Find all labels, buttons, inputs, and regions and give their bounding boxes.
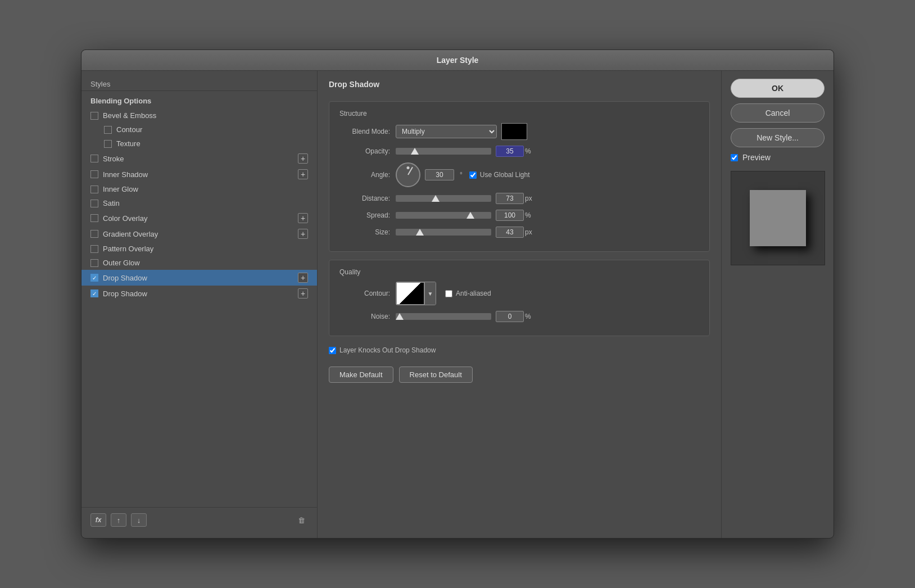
fx-button[interactable]: fx: [90, 513, 106, 527]
make-default-button[interactable]: Make Default: [329, 367, 393, 383]
opacity-row: Opacity: %: [339, 146, 699, 157]
stroke-label: Stroke: [103, 155, 298, 163]
cancel-button[interactable]: Cancel: [731, 103, 825, 123]
anti-aliased-checkbox-label[interactable]: Anti-aliased: [445, 290, 491, 297]
drop-shadow-2-add-btn[interactable]: +: [298, 288, 308, 298]
size-unit: px: [525, 228, 532, 236]
new-style-button[interactable]: New Style...: [731, 128, 825, 147]
gradient-overlay-checkbox[interactable]: [90, 230, 98, 238]
drop-shadow-1-add-btn[interactable]: +: [298, 273, 308, 283]
spread-slider-thumb[interactable]: [466, 212, 474, 219]
opacity-slider-thumb[interactable]: [411, 148, 419, 155]
preview-checkbox-label[interactable]: Preview: [731, 153, 825, 162]
angle-label: Angle:: [339, 171, 390, 179]
use-global-light-checkbox[interactable]: [469, 171, 477, 179]
sidebar-item-bevel-emboss[interactable]: Bevel & Emboss: [81, 108, 317, 123]
move-down-button[interactable]: ↓: [131, 513, 147, 527]
outer-glow-checkbox[interactable]: [90, 259, 98, 267]
preview-inner-box: [750, 190, 806, 246]
section-title: Drop Shadow: [329, 80, 710, 89]
preview-thumbnail: [731, 171, 825, 265]
sidebar-footer: fx ↑ ↓ 🗑: [81, 507, 317, 532]
contour-dropdown[interactable]: ▼: [396, 282, 436, 305]
layer-knocks-checkbox[interactable]: [329, 347, 336, 354]
angle-dial[interactable]: [396, 162, 420, 187]
drop-shadow-1-checkbox[interactable]: [90, 274, 98, 282]
angle-row: Angle: ° Use Global Light: [339, 162, 699, 187]
use-global-light-checkbox-label[interactable]: Use Global Light: [469, 171, 530, 179]
distance-slider-track[interactable]: [396, 195, 491, 202]
spread-row: Spread: %: [339, 210, 699, 221]
spread-slider-track[interactable]: [396, 212, 491, 219]
sidebar: Styles Blending Options Bevel & Emboss C…: [81, 71, 318, 538]
delete-button[interactable]: 🗑: [295, 513, 308, 527]
dialog-body: Styles Blending Options Bevel & Emboss C…: [81, 71, 834, 538]
noise-row: Noise: %: [339, 311, 699, 322]
sidebar-item-inner-shadow[interactable]: Inner Shadow +: [81, 166, 317, 182]
quality-panel: Quality Contour: ▼ Anti-aliased Noise:: [329, 260, 710, 336]
stroke-add-btn[interactable]: +: [298, 153, 308, 164]
distance-slider-thumb[interactable]: [432, 195, 440, 202]
layer-knocks-checkbox-label[interactable]: Layer Knocks Out Drop Shadow: [329, 346, 710, 354]
size-label: Size:: [339, 228, 390, 236]
size-input[interactable]: [496, 227, 524, 238]
trash-icon: 🗑: [298, 516, 305, 524]
drop-shadow-1-label: Drop Shadow: [103, 274, 298, 282]
bevel-emboss-label: Bevel & Emboss: [103, 111, 308, 120]
sidebar-item-satin[interactable]: Satin: [81, 196, 317, 210]
sidebar-item-outer-glow[interactable]: Outer Glow: [81, 256, 317, 270]
size-slider-track[interactable]: [396, 229, 491, 236]
sidebar-item-drop-shadow-1[interactable]: Drop Shadow +: [81, 270, 317, 286]
noise-slider-track[interactable]: [396, 313, 491, 320]
satin-checkbox[interactable]: [90, 200, 98, 207]
structure-subtitle: Structure: [339, 110, 699, 117]
stroke-checkbox[interactable]: [90, 155, 98, 162]
distance-label: Distance:: [339, 195, 390, 202]
spread-input[interactable]: [496, 210, 524, 221]
ok-button[interactable]: OK: [731, 79, 825, 98]
size-row: Size: px: [339, 227, 699, 238]
layer-style-dialog: Layer Style Styles Blending Options Beve…: [81, 49, 834, 539]
sidebar-item-texture[interactable]: Texture: [81, 137, 317, 151]
contour-checkbox[interactable]: [104, 126, 112, 134]
color-overlay-add-btn[interactable]: +: [298, 213, 308, 223]
pattern-overlay-checkbox[interactable]: [90, 245, 98, 253]
sidebar-item-stroke[interactable]: Stroke +: [81, 151, 317, 166]
bevel-emboss-checkbox[interactable]: [90, 112, 98, 120]
color-overlay-checkbox[interactable]: [90, 214, 98, 222]
sidebar-item-pattern-overlay[interactable]: Pattern Overlay: [81, 242, 317, 256]
opacity-slider-track[interactable]: [396, 148, 491, 155]
contour-preview[interactable]: [396, 282, 424, 305]
inner-glow-checkbox[interactable]: [90, 186, 98, 193]
sidebar-item-inner-glow[interactable]: Inner Glow: [81, 182, 317, 196]
anti-aliased-checkbox[interactable]: [445, 290, 452, 297]
sidebar-item-gradient-overlay[interactable]: Gradient Overlay +: [81, 226, 317, 242]
texture-checkbox[interactable]: [104, 140, 112, 148]
styles-label: Styles: [81, 76, 317, 91]
color-overlay-label: Color Overlay: [103, 214, 298, 223]
anti-aliased-label: Anti-aliased: [456, 290, 491, 297]
preview-checkbox[interactable]: [731, 154, 738, 161]
blending-options-item[interactable]: Blending Options: [81, 93, 317, 108]
opacity-input[interactable]: [496, 146, 524, 157]
gradient-overlay-add-btn[interactable]: +: [298, 229, 308, 239]
sidebar-item-drop-shadow-2[interactable]: Drop Shadow +: [81, 286, 317, 301]
inner-shadow-checkbox[interactable]: [90, 170, 98, 178]
sidebar-item-contour[interactable]: Contour: [81, 123, 317, 137]
blend-mode-select[interactable]: Multiply Normal Screen Overlay Darken Li…: [396, 125, 497, 138]
satin-label: Satin: [103, 199, 308, 207]
sidebar-item-color-overlay[interactable]: Color Overlay +: [81, 210, 317, 226]
size-slider-thumb[interactable]: [416, 229, 424, 236]
contour-dropdown-arrow[interactable]: ▼: [424, 282, 436, 305]
distance-input[interactable]: [496, 193, 524, 204]
angle-input[interactable]: [425, 169, 454, 180]
drop-shadow-2-label: Drop Shadow: [103, 290, 298, 298]
drop-shadow-2-checkbox[interactable]: [90, 290, 98, 297]
inner-shadow-add-btn[interactable]: +: [298, 169, 308, 179]
reset-to-default-button[interactable]: Reset to Default: [399, 367, 473, 383]
noise-slider-thumb[interactable]: [396, 313, 404, 320]
noise-input[interactable]: [496, 311, 524, 322]
move-up-button[interactable]: ↑: [111, 513, 126, 527]
shadow-color-swatch[interactable]: [501, 123, 527, 140]
opacity-slider-container: [396, 148, 491, 155]
